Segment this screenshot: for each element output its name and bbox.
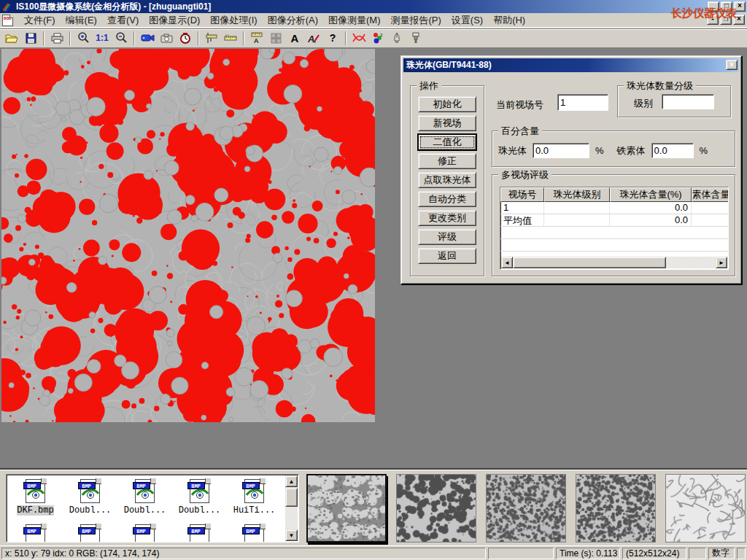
dialog-title-bar[interactable]: 珠光体(GB/T9441-88) × xyxy=(403,58,739,72)
child-restore-button[interactable]: ❐ xyxy=(720,15,732,25)
file-item[interactable]: BMP HuiTi... xyxy=(227,476,282,516)
correct-button[interactable]: 修正 xyxy=(418,153,476,169)
table-horizontal-scrollbar[interactable]: ◄ ► xyxy=(501,257,727,268)
menu-measure-report[interactable]: 测量报告(P) xyxy=(385,12,446,28)
menu-image-measure[interactable]: 图像测量(M) xyxy=(323,12,386,28)
zoom-out-icon[interactable] xyxy=(112,31,130,46)
scroll-up-icon[interactable]: ▲ xyxy=(285,475,298,487)
scroll-left-icon[interactable]: ◄ xyxy=(501,257,513,268)
close-button[interactable]: × xyxy=(734,1,746,12)
file-item[interactable]: BMP Doubl... xyxy=(63,476,117,516)
rating-table[interactable]: 视场号 珠光体级别 珠光体含量(%) 铁素体含量(%) 1 0.0 平均值 0.… xyxy=(500,187,729,270)
dialog-close-icon[interactable]: × xyxy=(726,60,738,70)
file-browser[interactable]: BMP DKF.bmp BMP Doubl... BMP Doubl... BM… xyxy=(6,474,299,542)
binarize-button[interactable]: 二值化 xyxy=(418,134,476,150)
actual-size-icon[interactable]: 1:1 xyxy=(93,31,111,46)
menu-image-display[interactable]: 图像显示(D) xyxy=(144,12,205,28)
menu-file[interactable]: 文件(F) xyxy=(19,12,61,28)
micrograph-image[interactable] xyxy=(1,49,375,422)
file-name[interactable]: Doubl... xyxy=(124,505,166,516)
menu-edit[interactable]: 编辑(E) xyxy=(61,12,102,28)
auto-classify-button[interactable]: 自动分类 xyxy=(418,191,476,207)
thumbnail-3[interactable] xyxy=(486,474,566,542)
file-vertical-scrollbar[interactable]: ▲ ▼ xyxy=(285,475,298,541)
current-field-input[interactable] xyxy=(557,94,608,111)
table-row[interactable]: 平均值 0.0 xyxy=(500,214,728,227)
ferrite-percent-input[interactable] xyxy=(651,143,694,158)
rate-button[interactable]: 评级 xyxy=(418,229,476,245)
brush-tool-icon[interactable] xyxy=(407,31,425,46)
col-pearlite-grade[interactable]: 珠光体级别 xyxy=(544,187,610,202)
file-item[interactable]: BMP Doubl... xyxy=(172,476,227,516)
thumbnail-2[interactable] xyxy=(396,474,476,542)
change-class-button[interactable]: 更改类别 xyxy=(418,210,476,226)
pearlite-percent-sign: % xyxy=(595,145,604,156)
save-icon[interactable] xyxy=(22,31,39,46)
pen-tool-icon[interactable] xyxy=(388,31,406,46)
new-field-button[interactable]: 新视场 xyxy=(418,115,476,131)
thumbnail-5[interactable] xyxy=(665,474,746,542)
col-ferrite-content[interactable]: 铁素体含量(%) xyxy=(692,187,729,202)
operations-group: 操作 初始化 新视场 二值化 修正 点取珠光体 自动分类 更改类别 评级 返回 xyxy=(410,85,484,276)
thumbnail-strip xyxy=(306,474,746,542)
thumbnail-4[interactable] xyxy=(576,474,656,542)
thumbnail-1[interactable] xyxy=(306,474,387,542)
grade-input[interactable] xyxy=(662,94,714,109)
pick-pearlite-button[interactable]: 点取珠光体 xyxy=(418,172,476,188)
file-name[interactable]: Doubl... xyxy=(179,505,221,516)
menu-view[interactable]: 查看(V) xyxy=(102,12,144,28)
file-item[interactable]: BMP Doubl... xyxy=(117,476,172,516)
bmp-file-icon: BMP xyxy=(242,524,267,542)
document-icon[interactable]: DOC xyxy=(2,15,13,26)
svg-text:A: A xyxy=(254,37,259,44)
current-field-label: 当前视场号 xyxy=(496,98,543,112)
table-row[interactable]: 1 0.0 xyxy=(500,202,728,214)
initialize-button[interactable]: 初始化 xyxy=(418,96,476,112)
open-icon[interactable] xyxy=(3,31,20,46)
phase-points-icon[interactable]: 3 xyxy=(369,31,387,46)
measure-text-icon[interactable]: A xyxy=(248,31,266,46)
menu-image-analysis[interactable]: 图像分析(A) xyxy=(263,12,323,28)
scroll-thumb[interactable] xyxy=(513,257,666,268)
ruler-icon[interactable] xyxy=(222,31,239,46)
annotate-icon[interactable]: A xyxy=(305,31,322,46)
print-icon[interactable] xyxy=(48,31,66,46)
caliper-icon[interactable] xyxy=(203,31,220,46)
file-name[interactable]: DKF.bmp xyxy=(17,505,53,516)
file-item[interactable]: BMP DKF.bmp xyxy=(8,476,63,516)
grid-icon[interactable] xyxy=(267,31,285,46)
child-close-button[interactable]: × xyxy=(733,15,745,25)
timer-icon[interactable] xyxy=(177,31,194,46)
zoom-in-icon[interactable] xyxy=(74,31,92,46)
child-minimize-button[interactable]: - xyxy=(707,15,719,25)
help-icon[interactable]: ? xyxy=(324,31,341,46)
status-time: Time (s): 0.113 xyxy=(556,548,620,559)
file-item[interactable]: BMP xyxy=(227,521,282,542)
multi-field-group-label: 多视场评级 xyxy=(498,168,551,182)
pearlite-percent-input[interactable] xyxy=(533,143,589,158)
col-field-no[interactable]: 视场号 xyxy=(500,187,544,202)
grade-group-label: 珠光体数量分级 xyxy=(624,79,696,93)
file-name[interactable]: Doubl... xyxy=(69,505,112,516)
text-icon[interactable]: A xyxy=(286,31,303,46)
file-item[interactable]: BMP xyxy=(8,521,63,542)
file-item[interactable]: BMP xyxy=(63,521,117,542)
file-name[interactable]: HuiTi... xyxy=(233,505,276,516)
bmp-file-icon: BMP xyxy=(23,479,48,504)
bmp-file-icon: BMP xyxy=(187,524,212,542)
return-button[interactable]: 返回 xyxy=(418,248,476,264)
scroll-thumb[interactable] xyxy=(285,488,298,507)
scroll-down-icon[interactable]: ▼ xyxy=(285,529,298,541)
col-pearlite-content[interactable]: 珠光体含量(%) xyxy=(610,187,692,202)
menu-settings[interactable]: 设置(S) xyxy=(446,12,488,28)
camera-icon[interactable] xyxy=(158,31,175,46)
scroll-right-icon[interactable]: ► xyxy=(716,257,727,268)
menu-image-processing[interactable]: 图像处理(I) xyxy=(205,12,262,28)
minimize-button[interactable]: _ xyxy=(708,1,719,12)
maximize-button[interactable]: □ xyxy=(721,1,732,12)
file-item[interactable]: BMP xyxy=(117,521,172,542)
file-item[interactable]: BMP xyxy=(172,521,227,542)
video-camera-icon[interactable] xyxy=(139,31,156,46)
menu-help[interactable]: 帮助(H) xyxy=(488,12,530,28)
curve-tool-icon[interactable] xyxy=(350,31,368,46)
